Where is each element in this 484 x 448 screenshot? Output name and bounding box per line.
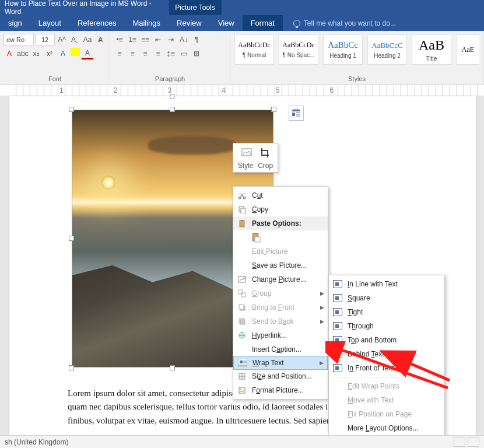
link-icon	[237, 330, 247, 341]
tab-mailings[interactable]: Mailings	[124, 15, 169, 31]
menu-item-label: Edit Wrap Points	[348, 382, 399, 390]
menu-item-label: Format Picture...	[252, 386, 304, 394]
resize-handle[interactable]	[69, 236, 74, 241]
wrap-option-in-line-with-text[interactable]: In Line with Text	[329, 277, 444, 291]
read-mode-icon[interactable]	[454, 438, 465, 447]
align-right-icon[interactable]: ≡	[139, 48, 151, 60]
resize-handle[interactable]	[271, 107, 276, 112]
blank-icon	[332, 381, 343, 391]
styles-group-label: Styles	[234, 74, 480, 84]
menu-item-save-as-picture[interactable]: Save as Picture...	[233, 258, 328, 272]
wrap-option-more-layout-options[interactable]: More Layout Options...	[329, 421, 444, 435]
rotate-handle[interactable]	[170, 94, 175, 99]
picture-style-icon[interactable]	[240, 147, 253, 160]
tell-me-search[interactable]: Tell me what you want to do...	[283, 19, 396, 27]
submenu-arrow-icon: ▶	[320, 360, 324, 366]
menu-item-insert-caption[interactable]: Insert Caption...	[233, 342, 328, 356]
tell-me-placeholder: Tell me what you want to do...	[304, 19, 396, 27]
show-marks-icon[interactable]: ¶	[191, 34, 202, 46]
font-color2-icon[interactable]: A	[82, 48, 93, 60]
font-color-icon[interactable]: A	[3, 48, 15, 60]
align-left-icon[interactable]: ≡	[114, 48, 125, 60]
layout-options-button[interactable]	[289, 106, 304, 121]
menu-item-copy[interactable]: Copy	[233, 202, 328, 216]
menu-item-label: Top and Bottom	[348, 336, 397, 344]
context-menu: CutCopyPaste Options:Edit PictureSave as…	[233, 186, 328, 400]
style-heading1[interactable]: AaBbCcHeading 1	[323, 34, 363, 65]
grow-font-icon[interactable]: A^	[56, 34, 68, 46]
text-effects-icon[interactable]: A	[57, 48, 69, 60]
shrink-font-icon[interactable]: A˯	[69, 34, 80, 46]
svg-rect-16	[239, 304, 244, 309]
clear-formatting-icon[interactable]: A̷	[94, 34, 106, 46]
wrap-option-square[interactable]: Square	[329, 291, 444, 305]
mini-toolbar: Style Crop	[233, 143, 278, 173]
wrap-option-fix-position-on-page: Fix Position on Page	[329, 407, 444, 421]
blank-icon	[237, 246, 247, 257]
menu-item-wrap-text[interactable]: Wrap Text▶	[233, 356, 328, 370]
menu-item-change-picture[interactable]: Change Picture...	[233, 272, 328, 286]
style-title[interactable]: AaBTitle	[412, 34, 451, 65]
tab-format[interactable]: Format	[243, 15, 283, 31]
blank-icon	[332, 395, 343, 405]
wrap-option-through[interactable]: Through	[329, 319, 444, 333]
menu-item-label: Tight	[348, 308, 363, 316]
line-spacing-icon[interactable]: ‡≡	[165, 48, 177, 60]
menu-item-label: Size and Position...	[252, 372, 312, 380]
style-no-spacing[interactable]: AaBbCcDc¶ No Spac...	[279, 34, 318, 65]
increase-indent-icon[interactable]: ⇥	[165, 34, 177, 46]
submenu-arrow-icon: ▶	[320, 304, 324, 310]
style-heading2[interactable]: AaBbCcCHeading 2	[367, 34, 407, 65]
decrease-indent-icon[interactable]: ⇤	[152, 34, 164, 46]
menu-item-label: Cut	[252, 191, 263, 200]
align-center-icon[interactable]: ≡	[127, 48, 138, 60]
print-layout-icon[interactable]	[468, 438, 479, 447]
wrap-option-tight[interactable]: Tight	[329, 305, 444, 319]
style-more[interactable]: AaE	[456, 34, 479, 65]
menu-item-size-and-position[interactable]: Size and Position...	[233, 369, 328, 383]
status-bar: sh (United Kingdom)	[0, 435, 484, 448]
justify-icon[interactable]: ≡	[152, 48, 164, 60]
subscript-icon[interactable]: x₂	[30, 48, 42, 60]
superscript-icon[interactable]: x²	[44, 48, 55, 60]
tab-view[interactable]: View	[210, 15, 243, 31]
resize-handle[interactable]	[170, 107, 175, 112]
svg-rect-0	[292, 110, 300, 111]
tab-review[interactable]: Review	[169, 15, 210, 31]
menu-item-paste-variant[interactable]	[233, 230, 328, 244]
change-case-icon[interactable]: Aa	[82, 34, 93, 46]
tab-layout[interactable]: Layout	[30, 15, 69, 31]
borders-icon[interactable]: ⊞	[191, 48, 202, 60]
svg-rect-11	[255, 237, 260, 242]
menu-item-format-picture[interactable]: Format Picture...	[233, 383, 328, 397]
sort-icon[interactable]: A↓	[178, 34, 190, 46]
font-name-selector[interactable]: ew Ro	[3, 34, 34, 46]
crop-icon[interactable]	[259, 147, 271, 160]
menu-item-label: Send to Back	[252, 317, 293, 326]
menu-item-cut[interactable]: Cut	[233, 188, 328, 202]
tab-references[interactable]: References	[69, 15, 124, 31]
wrap-option-top-and-bottom[interactable]: Top and Bottom	[329, 333, 444, 347]
tab-design[interactable]: sign	[0, 15, 30, 31]
font-size-selector[interactable]: 12	[35, 34, 55, 46]
wrap-option-behind-text[interactable]: Behind Text	[329, 347, 444, 361]
wrap-option-in-front-of-text[interactable]: In Front of Text	[329, 361, 444, 375]
clipboard-icon	[237, 218, 247, 229]
multilevel-list-icon[interactable]: ≡≡	[139, 34, 151, 46]
bullets-icon[interactable]: •≡	[114, 34, 125, 46]
highlight-icon[interactable]	[71, 48, 80, 56]
horizontal-ruler[interactable]: 1 2 3 4 5 6	[0, 85, 484, 96]
style-normal[interactable]: AaBbCcDc¶ Normal	[234, 34, 274, 65]
strikethrough-icon[interactable]: abc	[17, 48, 29, 60]
menu-item-hyperlink[interactable]: Hyperlink...	[233, 328, 328, 342]
menu-item-label: Bring to Front	[252, 303, 294, 312]
resize-handle[interactable]	[69, 107, 74, 112]
shading-icon[interactable]: ▭	[178, 48, 190, 60]
language-status[interactable]: sh (United Kingdom)	[5, 438, 68, 446]
menu-item-paste-options[interactable]: Paste Options:	[233, 216, 328, 230]
resize-handle[interactable]	[170, 365, 175, 370]
numbering-icon[interactable]: 1≡	[127, 34, 138, 46]
svg-point-29	[240, 388, 242, 390]
resize-handle[interactable]	[69, 365, 74, 370]
blank-icon	[237, 344, 247, 355]
